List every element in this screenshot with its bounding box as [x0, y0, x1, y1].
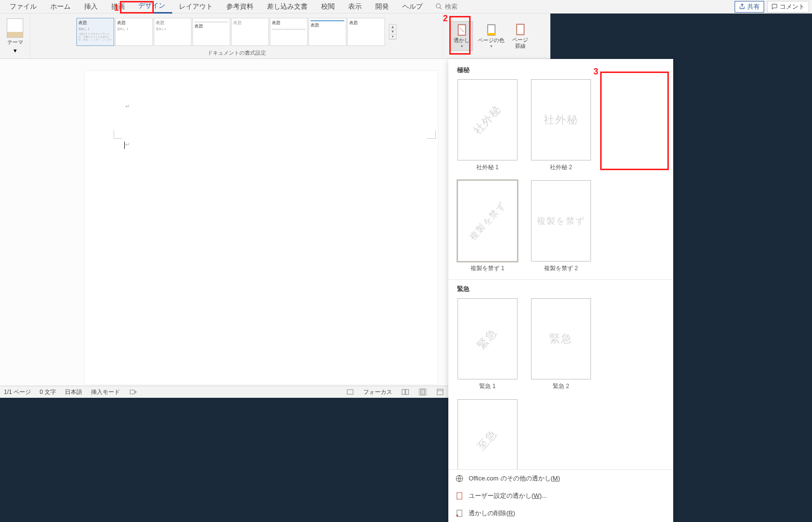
search-icon — [435, 3, 443, 10]
crop-mark-icon — [114, 130, 122, 139]
watermark-item-urgent-1[interactable]: 緊急 緊急 1 — [455, 298, 520, 391]
svg-rect-17 — [130, 390, 134, 394]
chevron-up-icon[interactable]: ▲ — [389, 25, 396, 29]
status-bar: 1/1 ページ 0 文字 日本語 挿入モード フォーカス — [0, 386, 448, 398]
svg-rect-21 — [406, 390, 409, 395]
chevron-down-icon[interactable]: ▼ — [389, 29, 396, 34]
watermark-footer: Office.com のその他の透かし(M) ユーザー設定の透かし(W)... … — [448, 469, 673, 522]
page-color-button[interactable]: ページの色 ▾ — [475, 22, 507, 50]
web-layout-icon[interactable] — [436, 388, 444, 396]
gallery-spinner[interactable]: ▲ ▼ ▾ — [389, 24, 397, 40]
focus-mode-icon[interactable] — [346, 388, 354, 396]
paragraph-mark-icon: ↵ — [125, 103, 130, 110]
tab-design[interactable]: デザイン — [132, 0, 172, 14]
watermark-item-confidential-2[interactable]: 社外秘 社外秘 2 — [529, 79, 593, 172]
watermark-button[interactable]: 透かし ▾ — [450, 21, 473, 51]
svg-rect-15 — [487, 33, 495, 35]
share-icon — [739, 3, 745, 10]
style-set-item[interactable]: 表題 — [231, 18, 269, 46]
watermark-icon — [456, 24, 468, 36]
status-insert-mode[interactable]: 挿入モード — [91, 388, 120, 396]
status-language[interactable]: 日本語 — [65, 388, 82, 396]
tab-developer[interactable]: 開発 — [369, 0, 396, 13]
chevron-down-icon: ▾ — [14, 47, 17, 54]
watermark-remove-button[interactable]: 透かしの削除(R) — [448, 505, 673, 522]
watermark-item-confidential-1[interactable]: 社外秘 社外秘 1 — [455, 79, 520, 172]
watermark-item-do-not-copy-2[interactable]: 複製を禁ず 複製を禁ず 2 — [529, 180, 593, 273]
style-set-item[interactable]: 表題 見出し1 — [154, 18, 192, 46]
svg-rect-19 — [347, 390, 353, 394]
document-formatting-group: 表題 見出し 1 【英文】タブロガチャワーには、文書のタイトルを見出しや、目次、… — [30, 14, 443, 58]
watermark-custom-button[interactable]: ユーザー設定の透かし(W)... — [448, 487, 673, 505]
svg-rect-20 — [402, 390, 405, 395]
document-canvas[interactable]: ↵ ↵ — [0, 59, 448, 386]
style-set-item[interactable]: 表題 — [309, 18, 346, 46]
comment-icon — [771, 3, 778, 10]
document-icon — [455, 492, 464, 500]
text-cursor — [124, 142, 125, 149]
status-page[interactable]: 1/1 ページ — [4, 388, 31, 396]
globe-icon — [455, 474, 464, 483]
watermark-item-do-not-copy-1[interactable]: 複製を禁ず 複製を禁ず 1 — [455, 180, 520, 273]
macro-record-icon[interactable] — [129, 388, 137, 396]
ribbon-tab-strip: ファイル ホーム 挿入 描画 デザイン レイアウト 参考資料 差し込み文書 校閲… — [0, 0, 812, 14]
share-button[interactable]: 共有 — [735, 1, 764, 13]
svg-rect-22 — [421, 389, 425, 395]
tab-home[interactable]: ホーム — [44, 0, 77, 13]
page-borders-icon — [514, 23, 527, 36]
style-set-item[interactable]: 表題 — [270, 18, 308, 46]
theme-thumb-icon — [7, 18, 23, 38]
watermark-gallery-panel: 極秘 社外秘 社外秘 1 社外秘 社外秘 2 複製を禁ず 複製を禁ず 1 複製を… — [448, 59, 673, 522]
svg-point-0 — [436, 4, 441, 8]
watermark-section-confidential: 極秘 — [457, 66, 666, 74]
style-set-item[interactable]: 表題 見出し 1 — [115, 18, 153, 46]
themes-button[interactable]: テーマ ▾ — [4, 16, 26, 56]
style-set-item[interactable]: 表題 — [347, 18, 385, 46]
page-borders-button[interactable]: ページ 罫線 — [509, 21, 531, 50]
crop-mark-icon — [427, 130, 436, 139]
page-color-icon — [485, 24, 498, 36]
svg-rect-16 — [517, 25, 524, 35]
svg-line-1 — [440, 7, 442, 9]
tab-view[interactable]: 表示 — [341, 0, 369, 13]
search-label: 検索 — [445, 2, 458, 11]
style-set-gallery[interactable]: 表題 見出し 1 【英文】タブロガチャワーには、文書のタイトルを見出しや、目次、… — [76, 18, 386, 46]
tab-mailings[interactable]: 差し込み文書 — [260, 0, 314, 13]
document-page[interactable]: ↵ ↵ — [85, 71, 438, 384]
tab-insert[interactable]: 挿入 — [77, 0, 104, 13]
more-icon[interactable]: ▾ — [389, 34, 396, 39]
status-word-count[interactable]: 0 文字 — [40, 388, 56, 396]
tab-references[interactable]: 参考資料 — [220, 0, 260, 13]
watermark-section-urgent: 緊急 — [457, 285, 666, 293]
status-focus[interactable]: フォーカス — [363, 388, 392, 396]
tab-review[interactable]: 校閲 — [314, 0, 341, 13]
watermark-more-office-button[interactable]: Office.com のその他の透かし(M) — [448, 470, 673, 487]
themes-group: テーマ ▾ — [0, 14, 30, 58]
search-area[interactable]: 検索 — [429, 2, 463, 11]
document-delete-icon — [455, 509, 464, 518]
watermark-item-urgent-2[interactable]: 緊急 緊急 2 — [529, 298, 593, 391]
svg-point-18 — [135, 392, 136, 393]
print-layout-icon[interactable] — [418, 388, 427, 396]
svg-rect-23 — [437, 389, 443, 395]
style-set-item[interactable]: 表題 — [192, 18, 230, 46]
style-set-item[interactable]: 表題 見出し 1 【英文】タブロガチャワーには、文書のタイトルを見出しや、目次、… — [76, 18, 114, 46]
svg-rect-26 — [457, 493, 462, 499]
tab-file[interactable]: ファイル — [3, 0, 44, 13]
tab-layout[interactable]: レイアウト — [172, 0, 220, 13]
paragraph-mark-icon: ↵ — [125, 141, 130, 148]
tab-draw[interactable]: 描画 — [104, 0, 132, 13]
read-mode-icon[interactable] — [401, 388, 410, 396]
comment-button[interactable]: コメント — [767, 1, 809, 13]
tab-help[interactable]: ヘルプ — [396, 0, 429, 13]
group-label: ドキュメントの書式設定 — [34, 48, 439, 57]
page-background-group: 透かし ▾ ページの色 ▾ ページ 罫線 — [448, 14, 550, 59]
